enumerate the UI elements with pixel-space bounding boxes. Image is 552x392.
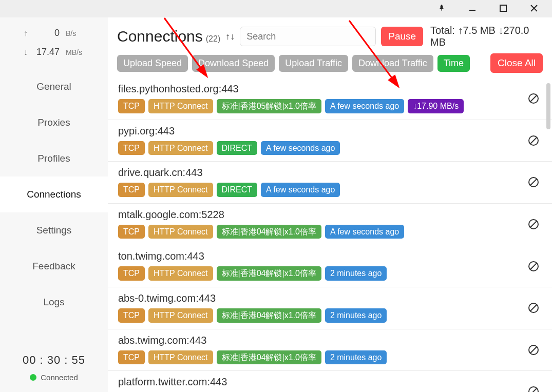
tag-mode: HTTP Connect: [148, 183, 213, 197]
block-icon[interactable]: [527, 385, 540, 392]
connection-host: drive.quark.cn:443: [118, 167, 542, 179]
tag-time: A few seconds ago: [325, 99, 404, 113]
connection-row[interactable]: drive.quark.cn:443TCPHTTP ConnectDIRECTA…: [108, 161, 552, 203]
tag-speed: ↓17.90 MB/s: [408, 99, 464, 113]
filter-row: Upload SpeedDownload SpeedUpload Traffic…: [108, 51, 552, 78]
connection-row[interactable]: abs-0.twimg.com:443TCPHTTP Connect标准|香港0…: [108, 287, 552, 329]
block-icon[interactable]: [527, 92, 540, 105]
sort-icon[interactable]: ↑↓: [225, 31, 235, 42]
scrollbar-thumb[interactable]: [546, 83, 550, 129]
filter-download-speed[interactable]: Download Speed: [192, 55, 275, 72]
upload-speed-value: 0: [34, 28, 60, 38]
svg-rect-1: [500, 5, 506, 11]
filter-upload-traffic[interactable]: Upload Traffic: [279, 55, 348, 72]
filter-time[interactable]: Time: [437, 55, 470, 72]
connection-row[interactable]: mtalk.google.com:5228TCPHTTP Connect标准|香…: [108, 203, 552, 245]
block-icon[interactable]: [527, 302, 540, 314]
tag-proxy: 标准|香港04解锁|x1.0倍率: [217, 225, 321, 239]
tag-proxy: DIRECT: [217, 141, 258, 155]
download-speed-value: 17.47: [34, 47, 60, 57]
tag-time: A few seconds ago: [261, 183, 340, 197]
sidebar-item-proxies[interactable]: Proxies: [0, 105, 108, 141]
pin-icon[interactable]: [434, 3, 449, 15]
block-icon[interactable]: [527, 134, 540, 147]
svg-line-19: [530, 388, 537, 392]
toolbar: Connections (22) ↑↓ Pause Total: ↑7.5 MB…: [108, 17, 552, 51]
connections-list[interactable]: files.pythonhosted.org:443TCPHTTP Connec…: [108, 78, 552, 392]
svg-line-17: [530, 347, 537, 353]
tag-time: 2 minutes ago: [325, 308, 387, 323]
window-titlebar: [0, 0, 552, 17]
maximize-button[interactable]: [496, 4, 511, 14]
filter-download-traffic[interactable]: Download Traffic: [352, 55, 433, 72]
connection-count: (22): [206, 34, 220, 44]
pause-button[interactable]: Pause: [381, 27, 423, 46]
status-dot-icon: [30, 374, 36, 381]
tag-proxy: 标准|香港04解锁|x1.0倍率: [217, 266, 321, 281]
svg-line-13: [530, 263, 537, 269]
connection-row[interactable]: files.pythonhosted.org:443TCPHTTP Connec…: [108, 78, 552, 120]
page-title: Connections (22): [117, 28, 220, 45]
sidebar-item-feedback[interactable]: Feedback: [0, 248, 108, 284]
svg-line-5: [530, 95, 537, 102]
filter-upload-speed[interactable]: Upload Speed: [117, 55, 188, 72]
sidebar-item-settings[interactable]: Settings: [0, 212, 108, 248]
connection-host: files.pythonhosted.org:443: [118, 83, 542, 95]
connection-tags: TCPHTTP Connect标准|香港05解锁|x1.0倍率A few sec…: [118, 99, 542, 113]
block-icon[interactable]: [527, 260, 540, 272]
tag-proxy: DIRECT: [217, 183, 258, 197]
total-traffic-label: Total: ↑7.5 MB ↓270.0 MB: [430, 25, 543, 48]
sidebar-footer: 00 : 30 : 55 Connected: [0, 344, 108, 392]
sidebar: ↑ 0 B/s ↓ 17.47 MB/s GeneralProxiesProfi…: [0, 17, 108, 392]
connection-row[interactable]: abs.twimg.com:443TCPHTTP Connect标准|香港04解…: [108, 329, 552, 371]
connection-tags: TCPHTTP Connect标准|香港04解锁|x1.0倍率2 minutes…: [118, 308, 542, 323]
tag-protocol: TCP: [118, 266, 145, 281]
tag-proxy: 标准|香港04解锁|x1.0倍率: [217, 350, 321, 365]
connection-host: platform.twitter.com:443: [118, 376, 542, 388]
tag-proxy: 标准|香港04解锁|x1.0倍率: [217, 308, 321, 323]
sidebar-item-profiles[interactable]: Profiles: [0, 141, 108, 177]
block-icon[interactable]: [527, 176, 540, 188]
connection-row[interactable]: pypi.org:443TCPHTTP ConnectDIRECTA few s…: [108, 120, 552, 162]
connection-status: Connected: [0, 373, 108, 382]
svg-line-15: [530, 305, 537, 311]
connection-host: ton.twimg.com:443: [118, 250, 542, 262]
sidebar-item-logs[interactable]: Logs: [0, 284, 108, 320]
tag-time: 2 minutes ago: [325, 350, 387, 365]
connection-status-label: Connected: [41, 373, 78, 382]
tag-time: A few seconds ago: [325, 225, 404, 239]
minimize-button[interactable]: [465, 4, 480, 14]
upload-speed-unit: B/s: [66, 29, 84, 37]
download-arrow-icon: ↓: [24, 48, 28, 57]
sidebar-item-connections[interactable]: Connections: [0, 177, 108, 212]
connection-tags: TCPHTTP Connect标准|香港04解锁|x1.0倍率2 minutes…: [118, 266, 542, 281]
connection-host: mtalk.google.com:5228: [118, 209, 542, 221]
sidebar-nav: GeneralProxiesProfilesConnectionsSetting…: [0, 69, 108, 320]
speed-panel: ↑ 0 B/s ↓ 17.47 MB/s: [0, 17, 108, 65]
close-all-button[interactable]: Close All: [490, 53, 543, 73]
connection-row[interactable]: platform.twitter.com:443TCPHTTP Connect标…: [108, 370, 552, 392]
tag-proxy: 标准|香港05解锁|x1.0倍率: [217, 99, 321, 113]
connection-row[interactable]: ton.twimg.com:443TCPHTTP Connect标准|香港04解…: [108, 245, 552, 287]
download-speed-unit: MB/s: [66, 48, 84, 56]
connection-host: abs-0.twimg.com:443: [118, 292, 542, 304]
tag-protocol: TCP: [118, 308, 145, 323]
svg-line-9: [530, 179, 537, 185]
tag-protocol: TCP: [118, 99, 145, 113]
close-button[interactable]: [526, 4, 542, 14]
connection-tags: TCPHTTP ConnectDIRECTA few seconds ago: [118, 183, 542, 197]
tag-mode: HTTP Connect: [148, 266, 213, 281]
tag-protocol: TCP: [118, 225, 145, 239]
svg-line-11: [530, 221, 537, 227]
sidebar-item-general[interactable]: General: [0, 69, 108, 105]
connection-host: pypi.org:443: [118, 125, 542, 137]
search-input[interactable]: [240, 27, 376, 46]
tag-protocol: TCP: [118, 141, 145, 155]
connection-host: abs.twimg.com:443: [118, 335, 542, 346]
download-speed-row: ↓ 17.47 MB/s: [10, 43, 98, 62]
tag-mode: HTTP Connect: [148, 308, 213, 323]
block-icon[interactable]: [527, 218, 540, 230]
block-icon[interactable]: [527, 344, 540, 356]
tag-protocol: TCP: [118, 183, 145, 197]
tag-mode: HTTP Connect: [148, 350, 213, 365]
